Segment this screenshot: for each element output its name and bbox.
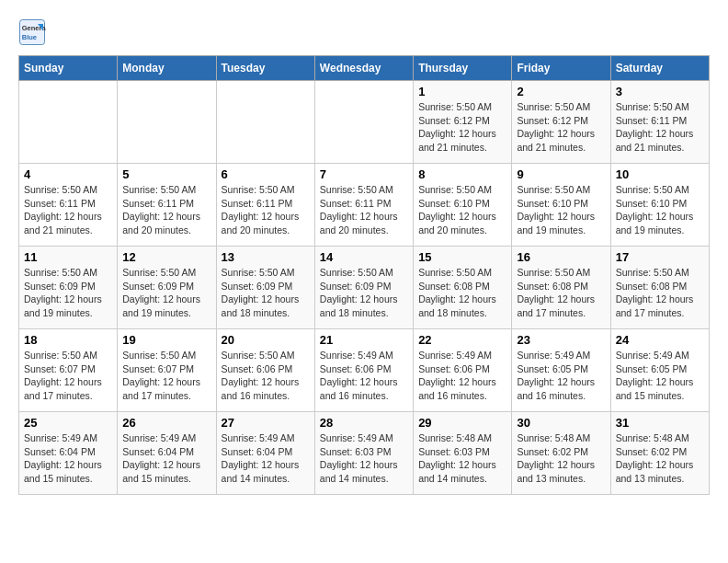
day-header-sunday: Sunday	[19, 56, 118, 81]
day-info: Sunrise: 5:50 AMSunset: 6:09 PMDaylight:…	[320, 266, 408, 320]
calendar-cell: 12Sunrise: 5:50 AMSunset: 6:09 PMDayligh…	[118, 247, 216, 329]
day-number: 7	[320, 167, 408, 181]
day-number: 23	[517, 333, 605, 347]
day-number: 17	[616, 250, 704, 264]
day-info: Sunrise: 5:50 AMSunset: 6:08 PMDaylight:…	[616, 266, 704, 320]
calendar-cell: 31Sunrise: 5:48 AMSunset: 6:02 PMDayligh…	[610, 412, 709, 495]
calendar-cell	[19, 81, 118, 164]
calendar-cell: 20Sunrise: 5:50 AMSunset: 6:06 PMDayligh…	[216, 329, 314, 412]
day-number: 29	[418, 416, 506, 430]
day-number: 25	[24, 416, 112, 430]
calendar-cell: 2Sunrise: 5:50 AMSunset: 6:12 PMDaylight…	[512, 81, 610, 164]
day-number: 9	[517, 167, 605, 181]
calendar-cell	[118, 81, 216, 164]
calendar-table: SundayMondayTuesdayWednesdayThursdayFrid…	[18, 55, 710, 495]
calendar-cell: 5Sunrise: 5:50 AMSunset: 6:11 PMDaylight…	[118, 164, 216, 247]
day-number: 1	[418, 85, 506, 98]
calendar-cell: 17Sunrise: 5:50 AMSunset: 6:08 PMDayligh…	[610, 247, 709, 329]
day-info: Sunrise: 5:50 AMSunset: 6:09 PMDaylight:…	[122, 266, 210, 320]
day-info: Sunrise: 5:50 AMSunset: 6:09 PMDaylight:…	[24, 266, 112, 320]
calendar-cell: 29Sunrise: 5:48 AMSunset: 6:03 PMDayligh…	[414, 412, 512, 495]
week-row-1: 1Sunrise: 5:50 AMSunset: 6:12 PMDaylight…	[19, 81, 710, 164]
day-info: Sunrise: 5:49 AMSunset: 6:03 PMDaylight:…	[320, 431, 408, 486]
day-number: 30	[517, 416, 605, 430]
logo: General Blue	[18, 18, 50, 46]
header: General Blue	[18, 18, 710, 46]
day-info: Sunrise: 5:50 AMSunset: 6:07 PMDaylight:…	[122, 349, 210, 403]
day-number: 22	[418, 333, 506, 347]
day-header-wednesday: Wednesday	[314, 56, 413, 81]
calendar-cell: 27Sunrise: 5:49 AMSunset: 6:04 PMDayligh…	[216, 412, 314, 495]
calendar-cell: 21Sunrise: 5:49 AMSunset: 6:06 PMDayligh…	[314, 329, 413, 412]
day-info: Sunrise: 5:50 AMSunset: 6:12 PMDaylight:…	[517, 100, 605, 155]
calendar-cell: 28Sunrise: 5:49 AMSunset: 6:03 PMDayligh…	[314, 412, 413, 495]
day-number: 4	[24, 167, 112, 181]
day-info: Sunrise: 5:50 AMSunset: 6:12 PMDaylight:…	[418, 100, 506, 155]
day-info: Sunrise: 5:49 AMSunset: 6:04 PMDaylight:…	[222, 431, 310, 486]
day-info: Sunrise: 5:50 AMSunset: 6:11 PMDaylight:…	[320, 183, 408, 237]
day-header-saturday: Saturday	[610, 56, 709, 81]
calendar-cell: 8Sunrise: 5:50 AMSunset: 6:10 PMDaylight…	[414, 164, 512, 247]
calendar-cell: 24Sunrise: 5:49 AMSunset: 6:05 PMDayligh…	[610, 329, 709, 412]
day-number: 6	[222, 167, 310, 181]
day-info: Sunrise: 5:50 AMSunset: 6:09 PMDaylight:…	[222, 266, 310, 320]
day-info: Sunrise: 5:49 AMSunset: 6:05 PMDaylight:…	[517, 349, 605, 403]
day-info: Sunrise: 5:50 AMSunset: 6:06 PMDaylight:…	[222, 349, 310, 403]
calendar-cell: 22Sunrise: 5:49 AMSunset: 6:06 PMDayligh…	[414, 329, 512, 412]
calendar-cell	[314, 81, 413, 164]
day-info: Sunrise: 5:50 AMSunset: 6:11 PMDaylight:…	[122, 183, 210, 237]
day-info: Sunrise: 5:50 AMSunset: 6:08 PMDaylight:…	[418, 266, 506, 320]
day-info: Sunrise: 5:50 AMSunset: 6:10 PMDaylight:…	[418, 183, 506, 237]
day-number: 26	[122, 416, 210, 430]
calendar-cell: 18Sunrise: 5:50 AMSunset: 6:07 PMDayligh…	[19, 329, 118, 412]
day-number: 27	[222, 416, 310, 430]
day-number: 3	[616, 85, 704, 98]
day-header-monday: Monday	[118, 56, 216, 81]
day-info: Sunrise: 5:50 AMSunset: 6:08 PMDaylight:…	[517, 266, 605, 320]
calendar-cell: 11Sunrise: 5:50 AMSunset: 6:09 PMDayligh…	[19, 247, 118, 329]
calendar-cell: 9Sunrise: 5:50 AMSunset: 6:10 PMDaylight…	[512, 164, 610, 247]
day-number: 8	[418, 167, 506, 181]
calendar-cell: 1Sunrise: 5:50 AMSunset: 6:12 PMDaylight…	[414, 81, 512, 164]
day-info: Sunrise: 5:49 AMSunset: 6:06 PMDaylight:…	[320, 349, 408, 403]
day-number: 5	[122, 167, 210, 181]
day-info: Sunrise: 5:48 AMSunset: 6:02 PMDaylight:…	[517, 431, 605, 486]
day-info: Sunrise: 5:48 AMSunset: 6:03 PMDaylight:…	[418, 431, 506, 486]
day-number: 20	[222, 333, 310, 347]
calendar-cell: 15Sunrise: 5:50 AMSunset: 6:08 PMDayligh…	[414, 247, 512, 329]
week-row-3: 11Sunrise: 5:50 AMSunset: 6:09 PMDayligh…	[19, 247, 710, 329]
day-info: Sunrise: 5:50 AMSunset: 6:11 PMDaylight:…	[616, 100, 704, 155]
calendar-cell: 13Sunrise: 5:50 AMSunset: 6:09 PMDayligh…	[216, 247, 314, 329]
day-number: 16	[517, 250, 605, 264]
day-number: 19	[122, 333, 210, 347]
svg-text:Blue: Blue	[22, 33, 37, 41]
calendar-cell: 14Sunrise: 5:50 AMSunset: 6:09 PMDayligh…	[314, 247, 413, 329]
day-info: Sunrise: 5:50 AMSunset: 6:11 PMDaylight:…	[24, 183, 112, 237]
day-info: Sunrise: 5:48 AMSunset: 6:02 PMDaylight:…	[616, 431, 704, 486]
day-info: Sunrise: 5:49 AMSunset: 6:05 PMDaylight:…	[616, 349, 704, 403]
calendar-cell: 3Sunrise: 5:50 AMSunset: 6:11 PMDaylight…	[610, 81, 709, 164]
day-number: 28	[320, 416, 408, 430]
calendar-cell: 26Sunrise: 5:49 AMSunset: 6:04 PMDayligh…	[118, 412, 216, 495]
day-info: Sunrise: 5:50 AMSunset: 6:10 PMDaylight:…	[517, 183, 605, 237]
day-info: Sunrise: 5:49 AMSunset: 6:04 PMDaylight:…	[24, 431, 112, 486]
day-number: 15	[418, 250, 506, 264]
day-number: 24	[616, 333, 704, 347]
day-number: 13	[222, 250, 310, 264]
calendar-cell: 25Sunrise: 5:49 AMSunset: 6:04 PMDayligh…	[19, 412, 118, 495]
week-row-4: 18Sunrise: 5:50 AMSunset: 6:07 PMDayligh…	[19, 329, 710, 412]
day-number: 18	[24, 333, 112, 347]
day-number: 14	[320, 250, 408, 264]
calendar-cell: 10Sunrise: 5:50 AMSunset: 6:10 PMDayligh…	[610, 164, 709, 247]
day-number: 11	[24, 250, 112, 264]
week-row-2: 4Sunrise: 5:50 AMSunset: 6:11 PMDaylight…	[19, 164, 710, 247]
day-number: 31	[616, 416, 704, 430]
day-number: 21	[320, 333, 408, 347]
day-info: Sunrise: 5:49 AMSunset: 6:06 PMDaylight:…	[418, 349, 506, 403]
calendar-cell: 6Sunrise: 5:50 AMSunset: 6:11 PMDaylight…	[216, 164, 314, 247]
day-header-tuesday: Tuesday	[216, 56, 314, 81]
logo-icon: General Blue	[18, 18, 46, 46]
calendar-cell: 7Sunrise: 5:50 AMSunset: 6:11 PMDaylight…	[314, 164, 413, 247]
day-info: Sunrise: 5:50 AMSunset: 6:11 PMDaylight:…	[222, 183, 310, 237]
day-info: Sunrise: 5:49 AMSunset: 6:04 PMDaylight:…	[122, 431, 210, 486]
